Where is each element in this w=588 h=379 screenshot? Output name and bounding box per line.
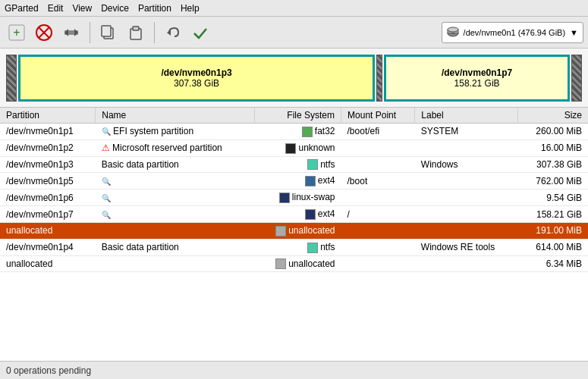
cell-partition: /dev/nvme0n1p6 <box>0 190 96 206</box>
apply-button[interactable] <box>188 20 212 45</box>
partition-p3-name: /dev/nvme0n1p3 <box>161 67 231 78</box>
cell-size: 158.21 GiB <box>518 206 588 223</box>
disk-stripe-left <box>6 55 17 102</box>
cell-size: 6.34 MiB <box>518 255 588 272</box>
table-row[interactable]: /dev/nvme0n1p4 Basic data partition ntfs… <box>0 239 588 255</box>
table-row[interactable]: unallocated unallocated191.00 MiB <box>0 222 588 239</box>
cell-name: 🔍 <box>96 206 255 223</box>
cell-filesystem: unknown <box>255 139 341 156</box>
cell-mount-point <box>341 190 415 206</box>
cell-size: 307.38 GiB <box>518 156 588 173</box>
cell-name: ⚠ Microsoft reserved partition <box>96 139 255 156</box>
disk-stripe-right <box>571 55 582 102</box>
search-icon: 🔍 <box>102 211 111 219</box>
svg-point-15 <box>448 27 458 32</box>
cell-partition: /dev/nvme0n1p7 <box>0 206 96 223</box>
cell-label <box>415 206 518 223</box>
partition-p3-size: 307.38 GiB <box>174 78 219 89</box>
cell-filesystem: ext4 <box>255 173 341 190</box>
fs-color-block <box>302 127 313 137</box>
cell-partition: /dev/nvme0n1p1 <box>0 124 96 140</box>
menu-view[interactable]: View <box>72 3 92 14</box>
svg-rect-11 <box>133 27 139 30</box>
table-row[interactable]: /dev/nvme0n1p6🔍 linux-swap9.54 GiB <box>0 190 588 206</box>
cell-name: 🔍 EFI system partition <box>96 124 255 140</box>
fs-color-block <box>275 226 286 236</box>
fs-color-block <box>285 143 296 154</box>
cell-label <box>415 190 518 206</box>
partition-block-p3[interactable]: /dev/nvme0n1p3 307.38 GiB <box>18 55 375 102</box>
cell-partition: unallocated <box>0 255 96 272</box>
cell-filesystem: unallocated <box>255 255 341 272</box>
table-row[interactable]: /dev/nvme0n1p3 Basic data partition ntfs… <box>0 156 588 173</box>
fs-color-block <box>279 193 290 203</box>
delete-partition-button[interactable] <box>32 20 56 45</box>
cell-mount-point <box>341 255 415 272</box>
menu-partition[interactable]: Partition <box>138 3 171 14</box>
cell-partition: /dev/nvme0n1p5 <box>0 173 96 190</box>
col-header-partition: Partition <box>0 108 96 124</box>
partition-block-p7[interactable]: /dev/nvme0n1p7 158.21 GiB <box>384 55 570 102</box>
cell-label <box>415 255 518 272</box>
main-area: Partition Name File System Mount Point L… <box>0 108 588 361</box>
cell-filesystem: unallocated <box>255 222 341 239</box>
table-row[interactable]: /dev/nvme0n1p2⚠ Microsoft reserved parti… <box>0 139 588 156</box>
toolbar-separator-2 <box>154 22 155 43</box>
svg-marker-7 <box>74 29 78 36</box>
partition-p7-name: /dev/nvme0n1p7 <box>442 67 512 78</box>
resize-partition-button[interactable] <box>59 20 83 45</box>
cell-label: SYSTEM <box>415 124 518 140</box>
operations-pending-text: 0 operations pending <box>6 365 91 376</box>
table-row[interactable]: /dev/nvme0n1p7🔍 ext4/158.21 GiB <box>0 206 588 223</box>
cell-mount-point: / <box>341 206 415 223</box>
cell-size: 16.00 MiB <box>518 139 588 156</box>
col-header-mountpoint: Mount Point <box>341 108 415 124</box>
cell-label: Windows RE tools <box>415 239 518 255</box>
partition-p7-size: 158.21 GiB <box>454 78 500 89</box>
table-row[interactable]: unallocated unallocated6.34 MiB <box>0 255 588 272</box>
table-row[interactable]: /dev/nvme0n1p1🔍 EFI system partition fat… <box>0 124 588 140</box>
cell-filesystem: linux-swap <box>255 190 341 206</box>
cell-mount-point <box>341 139 415 156</box>
cell-filesystem: fat32 <box>255 124 341 140</box>
menu-help[interactable]: Help <box>181 3 200 14</box>
new-partition-button[interactable]: + <box>5 20 29 45</box>
search-icon: 🔍 <box>102 127 111 136</box>
cell-size: 762.00 MiB <box>518 173 588 190</box>
table-row[interactable]: /dev/nvme0n1p5🔍 ext4/boot762.00 MiB <box>0 173 588 190</box>
col-header-filesystem: File System <box>255 108 341 124</box>
cell-mount-point: /boot <box>341 173 415 190</box>
cell-mount-point <box>341 239 415 255</box>
fs-color-block <box>307 243 318 253</box>
col-header-label: Label <box>415 108 518 124</box>
cell-partition: unallocated <box>0 222 96 239</box>
paste-partition-button[interactable] <box>124 20 148 45</box>
cell-filesystem: ntfs <box>255 156 341 173</box>
toolbar-separator-1 <box>90 22 90 43</box>
svg-point-16 <box>451 33 454 34</box>
col-header-size: Size <box>518 108 588 124</box>
menu-edit[interactable]: Edit <box>48 3 64 14</box>
fs-color-block <box>305 176 316 186</box>
copy-partition-button[interactable] <box>96 20 121 45</box>
menubar: GParted Edit View Device Partition Help <box>0 0 588 17</box>
cell-size: 9.54 GiB <box>518 190 588 206</box>
menu-device[interactable]: Device <box>101 3 129 14</box>
cell-filesystem: ntfs <box>255 239 341 255</box>
cell-name: 🔍 <box>96 190 255 206</box>
cell-label <box>415 173 518 190</box>
cell-name <box>96 255 255 272</box>
cell-label <box>415 222 518 239</box>
cell-name: Basic data partition <box>96 239 255 255</box>
cell-size: 614.00 MiB <box>518 239 588 255</box>
table-header-row: Partition Name File System Mount Point L… <box>0 108 588 124</box>
disk-stripe-mid <box>376 55 382 102</box>
search-icon: 🔍 <box>102 177 111 186</box>
cell-size: 260.00 MiB <box>518 124 588 140</box>
device-selector[interactable]: /dev/nvme0n1 (476.94 GiB) ▼ <box>442 22 583 43</box>
partition-visual: /dev/nvme0n1p3 307.38 GiB /dev/nvme0n1p7… <box>0 49 588 108</box>
menu-gparted[interactable]: GParted <box>5 3 39 14</box>
undo-button[interactable] <box>161 20 185 45</box>
toolbar: + <box>0 17 588 49</box>
svg-marker-6 <box>64 29 68 36</box>
